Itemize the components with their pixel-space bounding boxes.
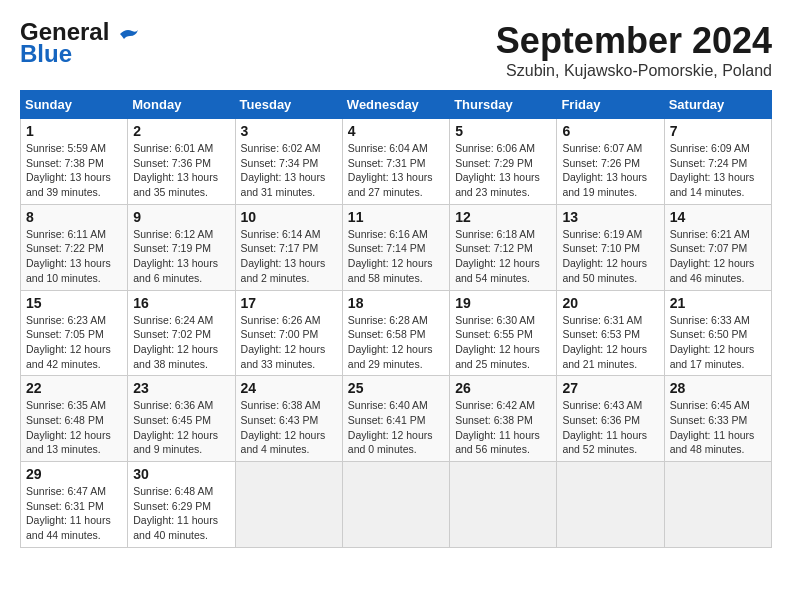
month-title: September 2024 (496, 20, 772, 62)
day-info: Sunrise: 6:36 AM Sunset: 6:45 PM Dayligh… (133, 398, 229, 457)
day-info: Sunrise: 6:14 AM Sunset: 7:17 PM Dayligh… (241, 227, 337, 286)
calendar-cell: 9Sunrise: 6:12 AM Sunset: 7:19 PM Daylig… (128, 204, 235, 290)
day-info: Sunrise: 6:23 AM Sunset: 7:05 PM Dayligh… (26, 313, 122, 372)
day-number: 30 (133, 466, 229, 482)
day-of-week-header: Sunday (21, 91, 128, 119)
calendar-cell: 26Sunrise: 6:42 AM Sunset: 6:38 PM Dayli… (450, 376, 557, 462)
day-number: 28 (670, 380, 766, 396)
day-info: Sunrise: 6:02 AM Sunset: 7:34 PM Dayligh… (241, 141, 337, 200)
day-number: 9 (133, 209, 229, 225)
title-area: September 2024 Szubin, Kujawsko-Pomorski… (496, 20, 772, 80)
day-number: 1 (26, 123, 122, 139)
calendar-cell: 20Sunrise: 6:31 AM Sunset: 6:53 PM Dayli… (557, 290, 664, 376)
day-number: 23 (133, 380, 229, 396)
day-info: Sunrise: 6:35 AM Sunset: 6:48 PM Dayligh… (26, 398, 122, 457)
day-info: Sunrise: 6:30 AM Sunset: 6:55 PM Dayligh… (455, 313, 551, 372)
calendar-cell: 11Sunrise: 6:16 AM Sunset: 7:14 PM Dayli… (342, 204, 449, 290)
day-of-week-header: Thursday (450, 91, 557, 119)
calendar-cell (664, 462, 771, 548)
calendar-cell: 25Sunrise: 6:40 AM Sunset: 6:41 PM Dayli… (342, 376, 449, 462)
day-number: 4 (348, 123, 444, 139)
day-info: Sunrise: 6:28 AM Sunset: 6:58 PM Dayligh… (348, 313, 444, 372)
day-info: Sunrise: 6:43 AM Sunset: 6:36 PM Dayligh… (562, 398, 658, 457)
day-info: Sunrise: 6:31 AM Sunset: 6:53 PM Dayligh… (562, 313, 658, 372)
day-of-week-header: Friday (557, 91, 664, 119)
calendar-cell (557, 462, 664, 548)
logo-bird-icon (118, 26, 140, 42)
day-number: 10 (241, 209, 337, 225)
calendar-cell: 29Sunrise: 6:47 AM Sunset: 6:31 PM Dayli… (21, 462, 128, 548)
day-number: 8 (26, 209, 122, 225)
logo-blue: Blue (20, 40, 72, 68)
day-info: Sunrise: 6:42 AM Sunset: 6:38 PM Dayligh… (455, 398, 551, 457)
day-info: Sunrise: 6:01 AM Sunset: 7:36 PM Dayligh… (133, 141, 229, 200)
calendar-cell (450, 462, 557, 548)
calendar-cell: 14Sunrise: 6:21 AM Sunset: 7:07 PM Dayli… (664, 204, 771, 290)
day-number: 26 (455, 380, 551, 396)
day-info: Sunrise: 6:07 AM Sunset: 7:26 PM Dayligh… (562, 141, 658, 200)
day-number: 29 (26, 466, 122, 482)
day-of-week-header: Saturday (664, 91, 771, 119)
day-info: Sunrise: 6:26 AM Sunset: 7:00 PM Dayligh… (241, 313, 337, 372)
calendar-cell: 23Sunrise: 6:36 AM Sunset: 6:45 PM Dayli… (128, 376, 235, 462)
day-number: 11 (348, 209, 444, 225)
calendar-cell: 27Sunrise: 6:43 AM Sunset: 6:36 PM Dayli… (557, 376, 664, 462)
day-number: 18 (348, 295, 444, 311)
calendar-cell: 6Sunrise: 6:07 AM Sunset: 7:26 PM Daylig… (557, 119, 664, 205)
day-info: Sunrise: 6:06 AM Sunset: 7:29 PM Dayligh… (455, 141, 551, 200)
calendar-cell: 22Sunrise: 6:35 AM Sunset: 6:48 PM Dayli… (21, 376, 128, 462)
logo: General Blue (20, 20, 140, 68)
calendar-cell: 18Sunrise: 6:28 AM Sunset: 6:58 PM Dayli… (342, 290, 449, 376)
calendar-cell: 3Sunrise: 6:02 AM Sunset: 7:34 PM Daylig… (235, 119, 342, 205)
calendar-cell: 8Sunrise: 6:11 AM Sunset: 7:22 PM Daylig… (21, 204, 128, 290)
day-info: Sunrise: 6:24 AM Sunset: 7:02 PM Dayligh… (133, 313, 229, 372)
calendar-cell: 15Sunrise: 6:23 AM Sunset: 7:05 PM Dayli… (21, 290, 128, 376)
day-number: 17 (241, 295, 337, 311)
calendar-cell: 28Sunrise: 6:45 AM Sunset: 6:33 PM Dayli… (664, 376, 771, 462)
calendar-cell: 17Sunrise: 6:26 AM Sunset: 7:00 PM Dayli… (235, 290, 342, 376)
day-number: 12 (455, 209, 551, 225)
day-info: Sunrise: 5:59 AM Sunset: 7:38 PM Dayligh… (26, 141, 122, 200)
calendar-cell: 10Sunrise: 6:14 AM Sunset: 7:17 PM Dayli… (235, 204, 342, 290)
day-of-week-header: Monday (128, 91, 235, 119)
day-info: Sunrise: 6:47 AM Sunset: 6:31 PM Dayligh… (26, 484, 122, 543)
day-number: 7 (670, 123, 766, 139)
calendar-cell: 4Sunrise: 6:04 AM Sunset: 7:31 PM Daylig… (342, 119, 449, 205)
day-number: 2 (133, 123, 229, 139)
day-info: Sunrise: 6:11 AM Sunset: 7:22 PM Dayligh… (26, 227, 122, 286)
day-info: Sunrise: 6:16 AM Sunset: 7:14 PM Dayligh… (348, 227, 444, 286)
day-info: Sunrise: 6:21 AM Sunset: 7:07 PM Dayligh… (670, 227, 766, 286)
day-of-week-header: Tuesday (235, 91, 342, 119)
calendar-table: SundayMondayTuesdayWednesdayThursdayFrid… (20, 90, 772, 548)
day-number: 16 (133, 295, 229, 311)
calendar-cell: 19Sunrise: 6:30 AM Sunset: 6:55 PM Dayli… (450, 290, 557, 376)
day-info: Sunrise: 6:38 AM Sunset: 6:43 PM Dayligh… (241, 398, 337, 457)
day-info: Sunrise: 6:40 AM Sunset: 6:41 PM Dayligh… (348, 398, 444, 457)
day-of-week-header: Wednesday (342, 91, 449, 119)
day-info: Sunrise: 6:48 AM Sunset: 6:29 PM Dayligh… (133, 484, 229, 543)
day-info: Sunrise: 6:12 AM Sunset: 7:19 PM Dayligh… (133, 227, 229, 286)
calendar-cell: 30Sunrise: 6:48 AM Sunset: 6:29 PM Dayli… (128, 462, 235, 548)
calendar-cell: 2Sunrise: 6:01 AM Sunset: 7:36 PM Daylig… (128, 119, 235, 205)
day-number: 20 (562, 295, 658, 311)
day-number: 14 (670, 209, 766, 225)
day-number: 27 (562, 380, 658, 396)
day-number: 5 (455, 123, 551, 139)
day-number: 13 (562, 209, 658, 225)
calendar-cell: 7Sunrise: 6:09 AM Sunset: 7:24 PM Daylig… (664, 119, 771, 205)
day-number: 6 (562, 123, 658, 139)
calendar-cell: 1Sunrise: 5:59 AM Sunset: 7:38 PM Daylig… (21, 119, 128, 205)
calendar-cell: 12Sunrise: 6:18 AM Sunset: 7:12 PM Dayli… (450, 204, 557, 290)
calendar-cell: 5Sunrise: 6:06 AM Sunset: 7:29 PM Daylig… (450, 119, 557, 205)
day-info: Sunrise: 6:45 AM Sunset: 6:33 PM Dayligh… (670, 398, 766, 457)
day-info: Sunrise: 6:04 AM Sunset: 7:31 PM Dayligh… (348, 141, 444, 200)
calendar-cell: 21Sunrise: 6:33 AM Sunset: 6:50 PM Dayli… (664, 290, 771, 376)
day-number: 22 (26, 380, 122, 396)
day-number: 3 (241, 123, 337, 139)
calendar-cell: 24Sunrise: 6:38 AM Sunset: 6:43 PM Dayli… (235, 376, 342, 462)
day-info: Sunrise: 6:19 AM Sunset: 7:10 PM Dayligh… (562, 227, 658, 286)
day-number: 24 (241, 380, 337, 396)
calendar-cell (235, 462, 342, 548)
day-info: Sunrise: 6:18 AM Sunset: 7:12 PM Dayligh… (455, 227, 551, 286)
day-number: 15 (26, 295, 122, 311)
